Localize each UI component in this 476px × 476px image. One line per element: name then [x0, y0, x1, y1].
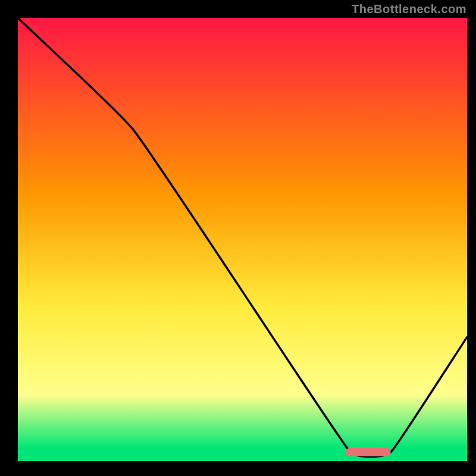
optimal-marker — [346, 448, 391, 456]
chart-plot-area — [18, 18, 467, 461]
chart-gradient-background — [18, 18, 467, 461]
watermark-text: TheBottleneck.com — [352, 2, 466, 16]
chart-svg — [18, 18, 467, 461]
